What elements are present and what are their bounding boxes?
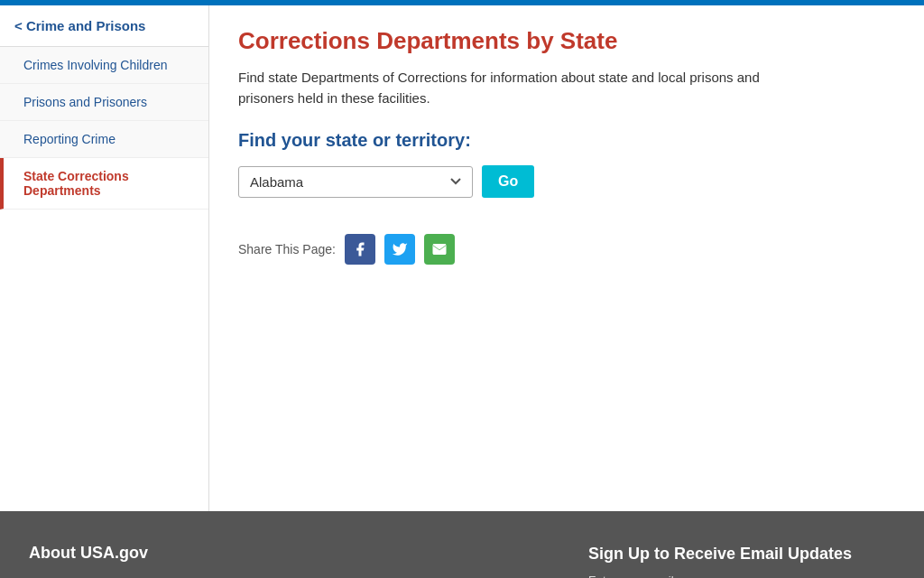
email-label: Enter your email bbox=[588, 573, 895, 578]
sidebar-item-prisons-and-prisoners[interactable]: Prisons and Prisoners bbox=[0, 84, 208, 121]
facebook-icon bbox=[352, 241, 368, 257]
email-share-button[interactable] bbox=[424, 234, 455, 265]
twitter-icon bbox=[392, 241, 408, 257]
sidebar-nav: Crimes Involving ChildrenPrisons and Pri… bbox=[0, 47, 208, 210]
page-title: Corrections Departments by State bbox=[238, 27, 895, 55]
state-select[interactable]: AlabamaAlaskaArizonaArkansasCaliforniaCo… bbox=[238, 166, 473, 198]
email-icon bbox=[431, 241, 448, 257]
sidebar-item-state-corrections-departments[interactable]: State Corrections Departments bbox=[0, 158, 208, 210]
main-content: Corrections Departments by State Find st… bbox=[209, 5, 924, 511]
sidebar-item-crimes-involving-children[interactable]: Crimes Involving Children bbox=[0, 47, 208, 84]
share-label: Share This Page: bbox=[238, 242, 336, 256]
state-selector-row: AlabamaAlaskaArizonaArkansasCaliforniaCo… bbox=[238, 165, 895, 198]
footer: About USA.gov About Us and Site NoticesF… bbox=[0, 511, 924, 578]
page-wrapper: < Crime and Prisons Crimes Involving Chi… bbox=[0, 5, 924, 511]
find-label: Find your state or territory: bbox=[238, 130, 895, 151]
email-signup-title: Sign Up to Receive Email Updates bbox=[588, 544, 895, 564]
footer-right: Sign Up to Receive Email Updates Enter y… bbox=[588, 544, 895, 578]
share-row: Share This Page: bbox=[238, 234, 895, 265]
sidebar-main-link[interactable]: < Crime and Prisons bbox=[0, 5, 208, 47]
footer-about-title: About USA.gov bbox=[29, 544, 588, 563]
facebook-share-button[interactable] bbox=[345, 234, 375, 265]
sidebar: < Crime and Prisons Crimes Involving Chi… bbox=[0, 5, 209, 511]
sidebar-item-reporting-crime[interactable]: Reporting Crime bbox=[0, 121, 208, 158]
page-description: Find state Departments of Corrections fo… bbox=[238, 68, 798, 108]
footer-left: About USA.gov About Us and Site NoticesF… bbox=[29, 544, 588, 578]
twitter-share-button[interactable] bbox=[384, 234, 415, 265]
go-button[interactable]: Go bbox=[482, 165, 534, 198]
